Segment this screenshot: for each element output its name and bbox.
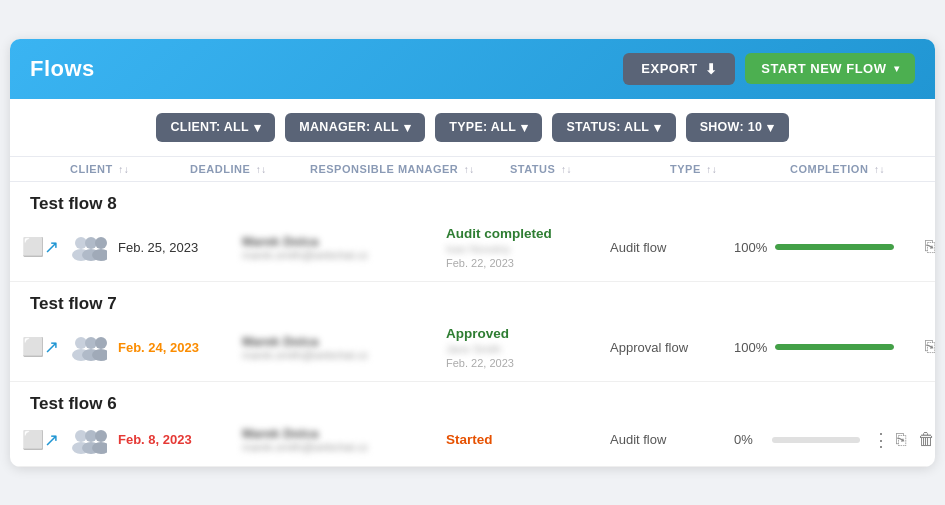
header-actions: EXPORT ⬇ START NEW FLOW ▾ — [623, 53, 915, 85]
download-icon: ⬇ — [705, 61, 718, 77]
svg-point-10 — [95, 337, 107, 349]
filter-show[interactable]: SHOW: 10 ▾ — [686, 113, 789, 142]
row-actions-6: ⎘ 🗑 — [898, 428, 935, 452]
col-type[interactable]: TYPE ↑↓ — [670, 163, 790, 175]
row-actions-8: ⎘ — [898, 235, 935, 259]
completion-cell-8: 100% — [734, 240, 894, 255]
start-flow-button[interactable]: START NEW FLOW ▾ — [745, 53, 915, 84]
completion-pct-8: 100% — [734, 240, 767, 255]
filter-status[interactable]: STATUS: ALL ▾ — [552, 113, 675, 142]
filter-manager-label: MANAGER: ALL — [299, 120, 399, 134]
manager-cell-7: Marek Dolca marek.smith@webchat.cz — [242, 334, 442, 361]
copy-button-6[interactable]: ⎘ — [893, 428, 909, 452]
deadline-7: Feb. 24, 2023 — [118, 340, 238, 355]
completion-pct-7: 100% — [734, 340, 767, 355]
main-container: Flows EXPORT ⬇ START NEW FLOW ▾ CLIENT: … — [10, 39, 935, 467]
completion-pct-6: 0% — [734, 432, 764, 447]
col-completion[interactable]: COMPLETION ↑↓ — [790, 163, 935, 175]
filter-manager[interactable]: MANAGER: ALL ▾ — [285, 113, 425, 142]
type-7: Approval flow — [610, 340, 730, 355]
copy-button-7[interactable]: ⎘ — [922, 335, 935, 359]
col-manager[interactable]: RESPONSIBLE MANAGER ↑↓ — [310, 163, 510, 175]
filter-show-label: SHOW: 10 — [700, 120, 763, 134]
manager-cell-8: Marek Dolca marek.smith@webchat.cz — [242, 234, 442, 261]
filter-client-label: CLIENT: ALL — [170, 120, 249, 134]
chevron-down-icon: ▾ — [521, 120, 528, 135]
avatar — [64, 333, 114, 361]
chevron-down-icon: ▾ — [404, 120, 411, 135]
status-label-7: Approved — [446, 326, 606, 341]
copy-button-8[interactable]: ⎘ — [922, 235, 935, 259]
progress-fill-8 — [775, 244, 894, 250]
table-row: ⬜↗ Feb. 8, 2023 Marek Dolca marek.smith@… — [10, 418, 935, 466]
svg-point-4 — [95, 237, 107, 249]
open-link-icon[interactable]: ⬜↗ — [20, 236, 60, 258]
progress-bar-8 — [775, 244, 894, 250]
type-6: Audit flow — [610, 432, 730, 447]
col-client[interactable]: CLIENT ↑↓ — [70, 163, 190, 175]
status-date-8: Feb. 22, 2023 — [446, 257, 606, 269]
more-options-button-6[interactable]: ⋮ — [868, 427, 894, 453]
flow-title-6: Test flow 6 — [10, 382, 935, 418]
export-button[interactable]: EXPORT ⬇ — [623, 53, 735, 85]
filter-bar: CLIENT: ALL ▾ MANAGER: ALL ▾ TYPE: ALL ▾… — [10, 99, 935, 157]
manager-email-6: marek.smith@webchat.cz — [242, 441, 442, 453]
manager-cell-6: Marek Dolca marek.smith@webchat.cz — [242, 426, 442, 453]
table-row: ⬜↗ Feb. 25, 2023 Marek Dolca marek.smith… — [10, 218, 935, 281]
status-label-6: Started — [446, 432, 606, 447]
table-header: CLIENT ↑↓ DEADLINE ↑↓ RESPONSIBLE MANAGE… — [10, 157, 935, 182]
status-sub-8: Ivan Novotny — [446, 243, 606, 255]
chevron-down-icon: ▾ — [254, 120, 261, 135]
delete-button-6[interactable]: 🗑 — [915, 428, 935, 452]
status-sub-7: Jane Smith — [446, 343, 606, 355]
progress-bar-7 — [775, 344, 894, 350]
progress-bar-6 — [772, 437, 860, 443]
export-label: EXPORT — [641, 61, 697, 76]
progress-fill-7 — [775, 344, 894, 350]
manager-email-7: marek.smith@webchat.cz — [242, 349, 442, 361]
start-flow-label: START NEW FLOW — [761, 61, 886, 76]
open-link-icon[interactable]: ⬜↗ — [20, 336, 60, 358]
flow-title-7: Test flow 7 — [10, 282, 935, 318]
chevron-down-icon: ▾ — [654, 120, 661, 135]
avatar — [64, 426, 114, 454]
status-label-8: Audit completed — [446, 226, 606, 241]
deadline-6: Feb. 8, 2023 — [118, 432, 238, 447]
manager-name-8: Marek Dolca — [242, 234, 442, 249]
deadline-8: Feb. 25, 2023 — [118, 240, 238, 255]
page-title: Flows — [30, 56, 95, 82]
avatar — [64, 233, 114, 261]
open-link-icon[interactable]: ⬜↗ — [20, 429, 60, 451]
filter-status-label: STATUS: ALL — [566, 120, 649, 134]
row-actions-7: ⎘ — [898, 335, 935, 359]
manager-email-8: marek.smith@webchat.cz — [242, 249, 442, 261]
manager-name-7: Marek Dolca — [242, 334, 442, 349]
status-cell-7: Approved Jane Smith Feb. 22, 2023 — [446, 326, 606, 369]
col-deadline[interactable]: DEADLINE ↑↓ — [190, 163, 310, 175]
flow-section-6: Test flow 6 ⬜↗ Feb. 8, 2023 Marek Dolca … — [10, 382, 935, 467]
chevron-down-icon: ▾ — [894, 63, 900, 74]
manager-name-6: Marek Dolca — [242, 426, 442, 441]
completion-cell-6: 0% ⋮ — [734, 427, 894, 453]
header: Flows EXPORT ⬇ START NEW FLOW ▾ — [10, 39, 935, 99]
svg-point-16 — [95, 430, 107, 442]
flow-section-7: Test flow 7 ⬜↗ Feb. 24, 2023 Marek Dolca… — [10, 282, 935, 382]
type-8: Audit flow — [610, 240, 730, 255]
status-date-7: Feb. 22, 2023 — [446, 357, 606, 369]
filter-type-label: TYPE: ALL — [449, 120, 516, 134]
status-cell-8: Audit completed Ivan Novotny Feb. 22, 20… — [446, 226, 606, 269]
completion-cell-7: 100% — [734, 340, 894, 355]
filter-type[interactable]: TYPE: ALL ▾ — [435, 113, 542, 142]
flow-section-8: Test flow 8 ⬜↗ Feb. 25, 2023 Marek Dolca… — [10, 182, 935, 282]
flow-title-8: Test flow 8 — [10, 182, 935, 218]
filter-client[interactable]: CLIENT: ALL ▾ — [156, 113, 275, 142]
chevron-down-icon: ▾ — [767, 120, 774, 135]
table-row: ⬜↗ Feb. 24, 2023 Marek Dolca marek.smith… — [10, 318, 935, 381]
col-status[interactable]: STATUS ↑↓ — [510, 163, 670, 175]
status-cell-6: Started — [446, 432, 606, 447]
